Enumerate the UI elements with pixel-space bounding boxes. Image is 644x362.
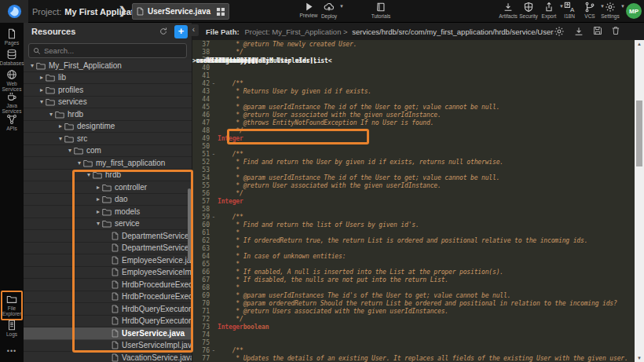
tree-item-label: UserService.java: [122, 329, 185, 338]
rail-item-java-services[interactable]: Java Services: [0, 91, 24, 114]
rail-item-label: APIs: [6, 126, 17, 131]
scroll-up-icon[interactable]: ▲: [635, 42, 644, 46]
caret-right-icon[interactable]: ▸: [57, 122, 64, 130]
code-editor: File Path: Project: My_First_Application…: [192, 23, 644, 362]
tree-row-src[interactable]: ▾src: [24, 133, 192, 145]
user-avatar[interactable]: MP: [626, 3, 642, 19]
tree-row-departmentserviceimpl-java[interactable]: DepartmentServiceImpl.java: [24, 243, 192, 255]
folder-icon: [102, 207, 112, 216]
tree-row-my-first-application[interactable]: ▾my_first_application: [24, 157, 192, 170]
rail-item-label: Java Services: [0, 103, 24, 114]
tree-row-service[interactable]: ▾service: [24, 218, 192, 231]
breadcrumb-chevron-icon: ❯: [119, 5, 127, 16]
preview-button[interactable]: Preview: [298, 2, 319, 18]
tree-row-designtime[interactable]: ▸designtime: [24, 121, 192, 133]
rail-item-file-explorer[interactable]: File Explorer: [1, 291, 23, 320]
settings-button[interactable]: Settings▼: [600, 2, 620, 19]
trash-icon[interactable]: [611, 26, 620, 37]
rail-more-button[interactable]: •••: [0, 347, 24, 355]
folder-icon: [102, 219, 112, 228]
page-icon: [6, 28, 17, 39]
tree-item-label: EmployeeServiceImpl.java: [122, 268, 192, 276]
caret-down-icon[interactable]: ▾: [85, 171, 93, 178]
tree-row-vacationservice-java[interactable]: VacationService.java: [24, 352, 192, 362]
caret-down-icon[interactable]: ▾: [94, 220, 102, 227]
tree-row-employeeserviceimpl-java[interactable]: EmployeeServiceImpl.java: [24, 267, 192, 280]
tree-row-models[interactable]: ▸models: [24, 206, 192, 218]
tree-item-label: my_first_application: [96, 159, 165, 167]
tree-scrollbar[interactable]: [188, 188, 191, 261]
rail-item-databases[interactable]: Databases: [0, 49, 24, 66]
tree-row-hrdbprocedureexecutorserviceimpl-java[interactable]: HrdbProcedureExecutorServiceImpl.java: [24, 291, 192, 304]
grid-icon[interactable]: [217, 8, 225, 16]
tree-row-hrdbprocedureexecutorservice-java[interactable]: HrdbProcedureExecutorService.java: [24, 279, 192, 291]
tree-item-label: VacationService.java: [122, 353, 192, 362]
tree-row-employeeservice-java[interactable]: EmployeeService.java: [24, 254, 192, 267]
caret-down-icon[interactable]: ▾: [57, 135, 64, 142]
gear-icon[interactable]: [554, 26, 565, 37]
code-line[interactable]: 37 * @return The newly created User.: [192, 40, 635, 48]
search-input[interactable]: [44, 46, 182, 55]
rail-item-apis[interactable]: APIs: [0, 114, 24, 131]
rail-item-pages[interactable]: Pages: [0, 28, 24, 46]
security-button[interactable]: Security: [518, 2, 539, 19]
tree-row-hrdb[interactable]: ▾hrdb: [24, 108, 192, 121]
book-icon: [375, 2, 386, 13]
code-line[interactable]: 73 List<User> findByMultipleIds(List<Int…: [192, 323, 635, 331]
caret-right-icon[interactable]: ▸: [38, 86, 46, 93]
file-icon: [112, 329, 119, 338]
tree-row-my-first-application[interactable]: ▾My_First_Application: [24, 60, 192, 72]
i18n-button[interactable]: AI18N: [559, 2, 580, 19]
tree-row-com[interactable]: ▾com: [24, 145, 192, 158]
settings-label: Settings: [601, 13, 620, 19]
tree-item-label: hrdb: [68, 110, 83, 119]
tree-row-controller[interactable]: ▸controller: [24, 181, 192, 194]
tree-row-hrdbqueryexecutorserviceimpl-java[interactable]: HrdbQueryExecutorServiceImpl.java: [24, 316, 192, 328]
caret-down-icon[interactable]: ▾: [66, 147, 74, 154]
tree-row-profiles[interactable]: ▸profiles: [24, 84, 192, 97]
save-icon[interactable]: [593, 26, 602, 37]
refresh-icon[interactable]: [159, 27, 168, 36]
code-line[interactable]: 38 */: [192, 48, 635, 56]
caret-down-icon[interactable]: ▾: [75, 159, 83, 166]
caret-right-icon[interactable]: ▸: [94, 184, 102, 191]
tree-item-label: services: [58, 97, 87, 106]
deploy-button[interactable]: Deploy▼: [319, 2, 339, 19]
artifacts-button[interactable]: Artifacts: [498, 2, 518, 19]
app-logo[interactable]: [0, 0, 28, 23]
editor-scrollbar[interactable]: ▲ ▼: [635, 40, 644, 362]
export-label: Export: [542, 13, 557, 19]
caret-right-icon[interactable]: ▸: [94, 196, 102, 203]
vcs-button[interactable]: VCS▼: [580, 2, 600, 19]
tree-row-departmentservice-java[interactable]: DepartmentService.java: [24, 230, 192, 243]
caret-right-icon[interactable]: ▸: [94, 208, 102, 215]
folder-icon: [74, 146, 83, 155]
tree-row-hrdb[interactable]: ▾hrdb: [24, 170, 192, 182]
tree-row-services[interactable]: ▾services: [24, 97, 192, 109]
export-button[interactable]: Export▼: [539, 2, 559, 19]
tutorials-button[interactable]: Tutorials: [371, 2, 391, 19]
tree-row-hrdbqueryexecutorservice-java[interactable]: HrdbQueryExecutorService.java: [24, 303, 192, 316]
tab-userservice-java[interactable]: UserService.java: [132, 3, 229, 20]
download-icon[interactable]: [573, 26, 584, 37]
caret-right-icon[interactable]: ▸: [38, 74, 46, 81]
scrollbar-thumb[interactable]: [636, 101, 642, 166]
caret-down-icon[interactable]: ▾: [28, 62, 36, 69]
caret-down-icon[interactable]: ▾: [47, 111, 55, 118]
scroll-down-icon[interactable]: ▼: [635, 356, 644, 360]
tree-row-dao[interactable]: ▸dao: [24, 194, 192, 207]
tree-row-userservice-java[interactable]: UserService.java: [24, 327, 192, 340]
project-breadcrumb[interactable]: Project: My First Application: [32, 0, 147, 23]
tree-item-label: hrdb: [105, 170, 121, 179]
caret-down-icon[interactable]: ▾: [38, 98, 46, 105]
line-number: 37: [192, 41, 210, 48]
code-area[interactable]: 37 * @return The newly created User.38 *…: [192, 40, 635, 362]
tree-row-userserviceimpl-java[interactable]: UserServiceImpl.java: [24, 340, 192, 353]
add-resource-button[interactable]: +: [174, 25, 188, 38]
rail-item-logs[interactable]: Logs: [0, 320, 24, 337]
collapse-panel-button[interactable]: ‹: [188, 24, 199, 36]
tree-row-lib[interactable]: ▸lib: [24, 72, 192, 85]
rail-item-web-services[interactable]: Web Services: [0, 69, 24, 92]
file-icon: [112, 268, 119, 276]
tab-title: UserService.java: [148, 7, 213, 16]
